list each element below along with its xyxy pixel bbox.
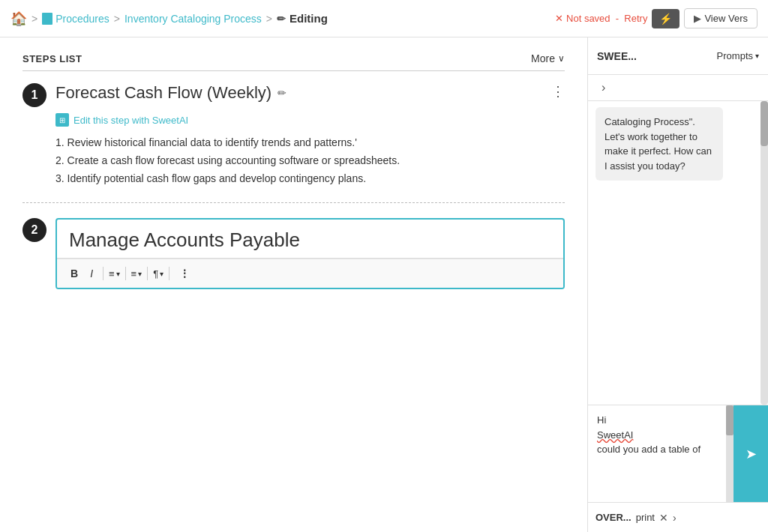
sweetai-icon: ⊞ (56, 113, 69, 127)
step-2-title: Manage Accounts Payable (57, 220, 563, 259)
step-1-block: 1 Forecast Cash Flow (Weekly) ✏ ⋮ ⊞ Edit… (22, 83, 565, 187)
step-divider (22, 202, 565, 203)
step-1-number: 1 (22, 83, 46, 107)
steps-list-title: STEPS LIST (22, 53, 82, 64)
chat-input-scrollbar[interactable] (726, 405, 734, 502)
toolbar-more[interactable]: ⋮ (175, 265, 194, 282)
chat-scrollbar-thumb (760, 101, 768, 146)
prompts-button[interactable]: Prompts ▾ (717, 50, 759, 61)
step-2-content[interactable]: Manage Accounts Payable B I ≡ ▾ ≡ ▾ (56, 218, 565, 289)
toolbar-italic[interactable]: I (86, 265, 98, 282)
toolbar-paragraph-icon: ¶ (153, 268, 158, 279)
doc-icon (42, 13, 52, 25)
chat-input-hi: Hi (597, 414, 606, 426)
view-versions-label: View Vers (704, 13, 748, 24)
step-2-number: 2 (22, 218, 46, 242)
toolbar-paragraph-arrow: ▾ (160, 270, 164, 278)
step-2-block: 2 Manage Accounts Payable B I ≡ ▾ ≡ ▾ (22, 218, 565, 289)
toolbar-paragraph-dropdown[interactable]: ¶ ▾ (153, 268, 164, 279)
chat-area: Cataloging Process". Let's work together… (588, 101, 768, 532)
procedures-label: Procedures (56, 13, 110, 25)
view-versions-button[interactable]: ▶ View Vers (684, 8, 758, 28)
main-layout: STEPS LIST More ∨ 1 Forecast Cash Flow (… (0, 37, 768, 532)
step-1-line-3: 3. Identify potential cash flow gaps and… (56, 170, 565, 188)
toolbar-separator-4 (169, 267, 170, 280)
step-1-title: Forecast Cash Flow (Weekly) (56, 83, 272, 103)
prompts-arrow-icon: ▾ (755, 52, 759, 60)
chat-bubble-1: Cataloging Process". Let's work together… (596, 107, 723, 181)
topbar: 🏠 > Procedures > Inventory Cataloging Pr… (0, 0, 768, 37)
play-icon: ▶ (694, 13, 701, 24)
nav-right-button[interactable]: › (673, 512, 676, 524)
toolbar-separator-2 (125, 267, 126, 280)
chat-messages: Cataloging Process". Let's work together… (588, 101, 768, 405)
print-label[interactable]: print (636, 512, 655, 523)
close-button[interactable]: ✕ (659, 512, 668, 524)
chevron-down-icon: ∨ (558, 53, 565, 64)
editor-toolbar: B I ≡ ▾ ≡ ▾ ¶ ▾ (57, 259, 563, 288)
step-1-body: 1. Review historical financial data to i… (56, 134, 565, 187)
retry-link[interactable]: Retry (624, 13, 647, 24)
toolbar-list2-dropdown[interactable]: ≡ ▾ (131, 268, 142, 279)
pencil-icon: ✏ (277, 13, 286, 25)
sweetai-edit-label: Edit this step with SweetAI (74, 115, 188, 126)
step-1-line-2: 2. Create a cash flow forecast using acc… (56, 152, 565, 170)
sweetai-edit-button[interactable]: ⊞ Edit this step with SweetAI (56, 113, 565, 127)
home-icon[interactable]: 🏠 (10, 10, 27, 27)
toolbar-list1-dropdown[interactable]: ≡ ▾ (109, 268, 120, 279)
breadcrumb-sep-2: > (114, 13, 120, 25)
send-button[interactable]: ➤ (734, 405, 768, 502)
toolbar-list2-icon: ≡ (131, 268, 137, 279)
left-panel: STEPS LIST More ∨ 1 Forecast Cash Flow (… (0, 37, 588, 532)
prompts-label: Prompts (717, 50, 753, 61)
process-label: Inventory Cataloging Process (124, 13, 262, 25)
step-1-header: 1 Forecast Cash Flow (Weekly) ✏ ⋮ (22, 83, 565, 107)
step-1-edit-icon[interactable]: ✏ (278, 87, 286, 99)
chat-input-area: Hi SweetAI could you add a table of ➤ (588, 405, 768, 502)
chat-input-text[interactable]: Hi SweetAI could you add a table of (588, 405, 726, 502)
toolbar-list1-icon: ≡ (109, 268, 115, 279)
chat-message-text: Cataloging Process". Let's work together… (604, 116, 712, 172)
swee-label: SWEE... (597, 50, 637, 62)
chat-input-sweetai: SweetAI (597, 429, 633, 441)
expand-right-button[interactable]: › (596, 78, 611, 97)
toolbar-separator-1 (103, 267, 104, 280)
editing-text: Editing (290, 12, 328, 25)
step-1-title-row: Forecast Cash Flow (Weekly) ✏ (56, 83, 542, 103)
breadcrumb-sep-3: > (266, 13, 272, 25)
chat-scrollbar[interactable] (760, 101, 768, 405)
process-link[interactable]: Inventory Cataloging Process (124, 13, 262, 25)
procedures-link[interactable]: Procedures (42, 13, 110, 25)
bolt-button[interactable]: ⚡ (652, 9, 680, 28)
right-top-bar: SWEE... Prompts ▾ (588, 37, 768, 75)
bottom-bar: OVER... print ✕ › (588, 502, 768, 532)
editing-label: ✏ Editing (277, 12, 328, 25)
toolbar-list2-arrow: ▾ (138, 270, 142, 278)
send-icon: ➤ (746, 446, 757, 462)
over-label: OVER... (596, 512, 632, 523)
more-label: More (531, 52, 555, 64)
toolbar-separator-3 (147, 267, 148, 280)
chat-input-scroll-thumb (726, 405, 734, 435)
chat-input-rest: could you add a table of (597, 444, 700, 455)
breadcrumb-sep-1: > (32, 13, 38, 25)
step-1-line-1: 1. Review historical financial data to i… (56, 134, 565, 152)
right-panel: SWEE... Prompts ▾ › Cataloging Process".… (588, 37, 768, 532)
not-saved-status: ✕ Not saved - Retry (555, 13, 647, 24)
steps-header: STEPS LIST More ∨ (22, 52, 565, 71)
toolbar-bold[interactable]: B (66, 265, 82, 282)
step-1-menu-icon[interactable]: ⋮ (551, 83, 565, 100)
toolbar-list1-arrow: ▾ (116, 270, 120, 278)
more-button[interactable]: More ∨ (531, 52, 565, 64)
